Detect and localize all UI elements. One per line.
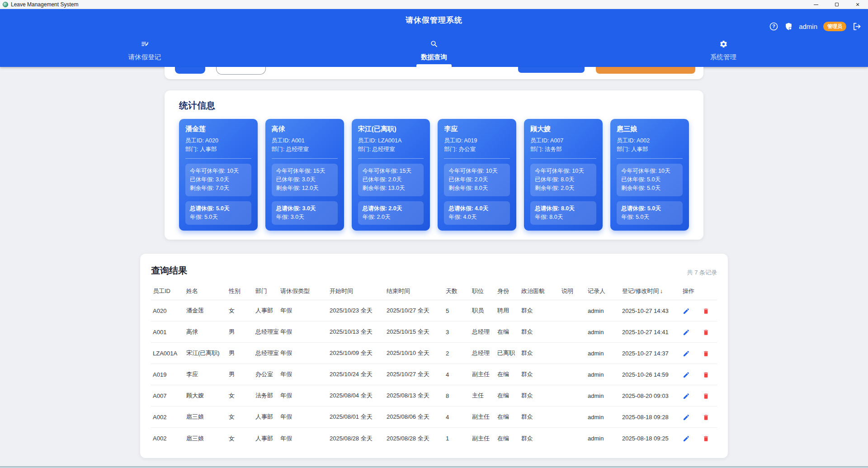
edit-icon[interactable] — [683, 435, 690, 442]
table-cell: 女 — [227, 428, 254, 449]
stat-card: 扈三娘 员工ID: A002 部门: 人事部 今年可休年假: 10天 已休年假:… — [610, 119, 689, 231]
column-header[interactable]: 姓名 — [184, 282, 227, 300]
table-cell: 2025-10-27 14:41 — [620, 321, 681, 343]
delete-icon[interactable] — [703, 307, 709, 315]
table-row: A002扈三娘女人事部年假2025/08/01 全天2025/08/06 全天4… — [151, 407, 717, 428]
table-cell: 女 — [227, 300, 254, 321]
edit-icon[interactable] — [683, 329, 690, 336]
results-title: 查询结果 — [151, 265, 187, 277]
table-cell: 总经理 — [470, 321, 495, 343]
header-user-area: ? admin 管理员 — [769, 22, 862, 31]
table-cell: 2025/08/28 全天 — [385, 428, 444, 449]
stat-annual-summary: 今年可休年假: 10天 已休年假: 3.0天 剩余年假: 7.0天 — [185, 164, 251, 196]
column-header[interactable]: 开始时间 — [328, 282, 385, 300]
column-header[interactable]: 登记/修改时间↓ — [620, 282, 681, 300]
column-header[interactable]: 请休假类型 — [278, 282, 328, 300]
column-header[interactable]: 操作 — [681, 282, 717, 300]
delete-icon[interactable] — [703, 414, 709, 421]
stat-total-summary: 总请休假: 3.0天 年假: 3.0天 — [272, 201, 338, 225]
stat-employee-name: 宋江(已离职) — [358, 125, 424, 133]
column-header[interactable]: 身份 — [495, 282, 519, 300]
stat-cards-row: 潘金莲 员工ID: A020 部门: 人事部 今年可休年假: 10天 已休年假:… — [172, 119, 696, 231]
edit-icon[interactable] — [683, 392, 690, 400]
stat-annual-used: 已休年假: 2.0天 — [448, 175, 505, 184]
nav-tab-data-query[interactable]: 数据查询 — [289, 35, 579, 67]
stat-total-summary: 总请休假: 8.0天 年假: 8.0天 — [530, 201, 596, 225]
partial-export-button[interactable] — [596, 67, 695, 74]
stat-annual-summary: 今年可休年假: 15天 已休年假: 3.0天 剩余年假: 12.0天 — [272, 164, 338, 196]
help-icon[interactable]: ? — [769, 22, 778, 31]
column-header[interactable]: 性别 — [227, 282, 254, 300]
table-cell: admin — [586, 364, 620, 385]
column-header[interactable]: 说明 — [560, 282, 586, 300]
delete-icon[interactable] — [703, 371, 709, 378]
table-header-row: 员工ID姓名性别部门请休假类型开始时间结束时间天数职位身份政治面貌说明记录人登记… — [151, 282, 717, 300]
table-cell: A002 — [151, 407, 184, 428]
stat-total-summary: 总请休假: 2.0天 年假: 2.0天 — [358, 201, 424, 225]
table-cell: 副主任 — [470, 428, 495, 449]
stat-annual-remaining: 剩余年假: 5.0天 — [621, 184, 678, 193]
column-header[interactable]: 部门 — [254, 282, 278, 300]
delete-icon[interactable] — [703, 329, 709, 336]
table-cell-actions — [681, 364, 717, 385]
table-cell: 2025/10/27 全天 — [385, 364, 444, 385]
table-cell: 年假 — [278, 385, 328, 407]
table-cell — [560, 300, 586, 321]
table-row: A001高俅男总经理室年假2025/10/13 全天2025/10/15 全天3… — [151, 321, 717, 343]
table-cell: 群众 — [519, 343, 560, 364]
table-cell: 男 — [227, 343, 254, 364]
column-header[interactable]: 员工ID — [151, 282, 184, 300]
stat-annual-summary: 今年可休年假: 10天 已休年假: 8.0天 剩余年假: 2.0天 — [530, 164, 596, 196]
stat-card: 高俅 员工ID: A001 部门: 总经理室 今年可休年假: 15天 已休年假:… — [265, 119, 344, 231]
stat-divider — [358, 158, 424, 159]
table-cell: admin — [586, 428, 620, 449]
nav-label: 数据查询 — [421, 53, 447, 61]
table-cell-actions — [681, 321, 717, 343]
stat-annual-used: 已休年假: 2.0天 — [363, 175, 420, 184]
stat-annual-summary: 今年可休年假: 10天 已休年假: 5.0天 剩余年假: 5.0天 — [617, 164, 683, 196]
edit-icon[interactable] — [683, 371, 690, 378]
stat-annual-used: 已休年假: 3.0天 — [276, 175, 333, 184]
partial-primary-button[interactable] — [175, 67, 205, 74]
stat-annual-available: 今年可休年假: 15天 — [276, 167, 333, 175]
delete-icon[interactable] — [703, 435, 709, 442]
edit-icon[interactable] — [683, 414, 690, 421]
delete-icon[interactable] — [703, 392, 709, 400]
table-cell: 已离职 — [495, 343, 519, 364]
table-cell: 年假 — [278, 428, 328, 449]
table-cell: 办公室 — [254, 364, 278, 385]
delete-icon[interactable] — [703, 350, 709, 357]
partial-query-button[interactable] — [518, 67, 585, 73]
column-header[interactable]: 职位 — [470, 282, 495, 300]
stat-employee-id: 员工ID: A007 — [530, 137, 596, 145]
table-cell: 5 — [444, 300, 470, 321]
nav-tab-leave-register[interactable]: 请休假登记 — [0, 35, 289, 67]
column-header[interactable]: 记录人 — [586, 282, 620, 300]
column-header[interactable]: 天数 — [444, 282, 470, 300]
table-cell — [560, 343, 586, 364]
logout-icon[interactable] — [852, 22, 862, 31]
minimize-button[interactable] — [806, 0, 826, 9]
table-cell — [560, 364, 586, 385]
stat-annual-leave: 年假: 5.0天 — [621, 213, 678, 222]
shield-user-icon — [784, 22, 793, 31]
table-cell: 在编 — [495, 321, 519, 343]
table-cell: 在编 — [495, 428, 519, 449]
close-button[interactable]: × — [847, 0, 868, 9]
nav-tab-system-admin[interactable]: 系统管理 — [579, 35, 868, 67]
edit-icon[interactable] — [683, 307, 690, 315]
restore-button[interactable] — [826, 0, 847, 9]
main-nav: 请休假登记 数据查询 系统管理 — [0, 35, 868, 67]
stat-department: 部门: 人事部 — [617, 145, 683, 154]
role-badge: 管理员 — [823, 22, 846, 31]
partial-secondary-button[interactable] — [216, 67, 266, 75]
edit-icon[interactable] — [683, 350, 690, 357]
stat-annual-available: 今年可休年假: 10天 — [190, 167, 247, 175]
column-header[interactable]: 结束时间 — [385, 282, 444, 300]
username: admin — [799, 23, 817, 30]
table-cell: 女 — [227, 385, 254, 407]
column-header[interactable]: 政治面貌 — [519, 282, 560, 300]
app-icon — [3, 2, 8, 7]
stat-annual-leave: 年假: 3.0天 — [276, 213, 333, 222]
table-cell-actions — [681, 407, 717, 428]
